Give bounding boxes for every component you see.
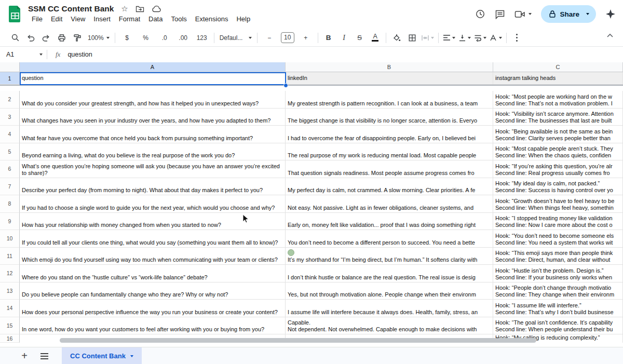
row-header[interactable]: 3: [0, 109, 20, 126]
search-icon[interactable]: [7, 32, 23, 44]
fill-handle[interactable]: [283, 83, 288, 88]
cell-instagram[interactable]: Hook: “Hustle isn’t the problem. Design …: [493, 265, 623, 282]
cell-question[interactable]: In one word, how do you want your custom…: [20, 317, 286, 335]
cell-instagram[interactable]: Hook: “Being available is not the same a…: [493, 126, 623, 143]
cell-linkedin[interactable]: My perfect day is calm, not crammed. A s…: [286, 178, 493, 196]
cell-linkedin[interactable]: I had to overcome the fear of disappoint…: [286, 126, 493, 143]
cell-linkedin[interactable]: The biggest change is that visibility is…: [286, 109, 493, 126]
row-header[interactable]: 1: [0, 72, 20, 85]
cell-linkedin[interactable]: The real purpose of my work is reducing …: [286, 143, 493, 161]
more-formats-button[interactable]: 123: [193, 32, 211, 44]
row-header[interactable]: 10: [0, 230, 20, 248]
frozen-row-divider[interactable]: [0, 85, 623, 91]
increase-decimals-button[interactable]: .00: [174, 32, 193, 44]
format-percent-button[interactable]: %: [137, 32, 155, 44]
cell-instagram[interactable]: Hook: “Most people are working hard on t…: [493, 91, 623, 109]
vertical-align-button[interactable]: [457, 32, 472, 44]
cell-instagram[interactable]: Hook: “Growth doesn’t have to feel heavy…: [493, 195, 623, 213]
cell-b1[interactable]: linkedIn: [286, 72, 493, 85]
sheets-logo-icon[interactable]: [8, 5, 22, 23]
tab-cc-content-bank[interactable]: CC Content Bank: [62, 347, 142, 364]
cell-question[interactable]: If you had to choose a single word to gu…: [20, 195, 286, 213]
video-call-caret-icon[interactable]: [529, 13, 532, 15]
bold-button[interactable]: B: [321, 32, 336, 44]
row-header[interactable]: 7: [0, 178, 20, 196]
row-header[interactable]: 6: [0, 160, 20, 178]
font-size-input[interactable]: 10: [281, 32, 294, 43]
menu-file[interactable]: File: [28, 14, 46, 24]
horizontal-align-button[interactable]: [441, 32, 457, 44]
cell-instagram[interactable]: Hook: “You don’t need to become someone …: [493, 230, 623, 248]
cell-instagram[interactable]: Hook: “People don’t change through motiv…: [493, 282, 623, 300]
row-header[interactable]: 15: [0, 317, 20, 335]
row-header[interactable]: 8: [0, 195, 20, 213]
redo-button[interactable]: [38, 32, 54, 44]
more-toolbar-options-button[interactable]: [509, 32, 525, 44]
column-header-b[interactable]: B: [286, 62, 493, 72]
menu-insert[interactable]: Insert: [90, 14, 114, 24]
menu-help[interactable]: Help: [233, 14, 254, 24]
menu-view[interactable]: View: [67, 14, 89, 24]
menu-tools[interactable]: Tools: [167, 14, 190, 24]
increase-font-size-button[interactable]: +: [296, 32, 315, 44]
cell-question[interactable]: What do you consider your greatest stren…: [20, 91, 286, 109]
italic-button[interactable]: I: [336, 32, 352, 44]
cell-instagram[interactable]: Hook: “My ideal day is calm, not packed.…: [493, 178, 623, 196]
cell-linkedin[interactable]: Yes, but not through motivation alone. P…: [286, 282, 493, 300]
text-rotation-button[interactable]: [488, 32, 504, 44]
cell-linkedin[interactable]: It’s my shorthand for “I’m being direct,…: [286, 248, 493, 265]
text-color-button[interactable]: A: [368, 32, 383, 44]
collapse-toolbar-icon[interactable]: [606, 33, 614, 38]
undo-button[interactable]: [23, 32, 38, 44]
row-header[interactable]: 9: [0, 213, 20, 231]
cell-question[interactable]: Describe your perfect day (from morning …: [20, 178, 286, 196]
document-title[interactable]: SSM CC Content Bank: [28, 4, 114, 14]
sheet-tab-caret-icon[interactable]: [130, 355, 133, 357]
format-currency-button[interactable]: $: [118, 32, 137, 44]
row-header[interactable]: 14: [0, 300, 20, 317]
share-caret-icon[interactable]: [586, 13, 589, 15]
cell-question[interactable]: Do you believe people can fundamentally …: [20, 282, 286, 300]
cell-instagram[interactable]: Hook: “The goal isn’t confidence. It’s c…: [493, 317, 623, 335]
zoom-select[interactable]: 100%: [85, 32, 112, 44]
strikethrough-button[interactable]: S: [352, 32, 368, 44]
menu-extensions[interactable]: Extensions: [192, 14, 232, 24]
cell-linkedin[interactable]: My greatest strength is pattern recognit…: [286, 91, 493, 109]
video-call-icon[interactable]: [514, 10, 532, 18]
name-box[interactable]: A1: [0, 51, 47, 58]
cell-question[interactable]: What fear have you overcome that once he…: [20, 126, 286, 143]
cell-question[interactable]: What’s one question you’re hoping someon…: [20, 160, 286, 178]
cell-question[interactable]: Where do you stand on the “hustle cultur…: [20, 265, 286, 282]
cell-question[interactable]: If you could tell all your clients one t…: [20, 230, 286, 248]
text-wrap-button[interactable]: [472, 32, 488, 44]
cell-c1[interactable]: instagram talking heads: [493, 72, 623, 85]
print-button[interactable]: [54, 32, 70, 44]
cell-linkedin[interactable]: Not easy. Not passive. Light as in fewer…: [286, 195, 493, 213]
gemini-sparkle-icon[interactable]: [605, 9, 616, 19]
row-header[interactable]: 5: [0, 143, 20, 161]
cell-instagram[interactable]: Hook: “I assume life will interfere.”Sec…: [493, 300, 623, 317]
row-header[interactable]: 13: [0, 282, 20, 300]
paint-format-button[interactable]: [70, 32, 85, 44]
share-button[interactable]: Share: [541, 5, 596, 23]
cloud-status-icon[interactable]: [152, 5, 161, 12]
cell-instagram[interactable]: Hook: “This emoji says more than people …: [493, 248, 623, 265]
cell-question[interactable]: How does your personal perspective influ…: [20, 300, 286, 317]
cell-instagram[interactable]: Hook: “Most capable people aren’t stuck.…: [493, 143, 623, 161]
cell-linkedin[interactable]: Early on, money felt like validation... …: [286, 213, 493, 231]
column-header-a[interactable]: A: [20, 62, 286, 72]
menu-data[interactable]: Data: [145, 14, 166, 24]
cell-instagram[interactable]: Hook: “If you’re asking this question, y…: [493, 160, 623, 178]
cell-linkedin[interactable]: I don’t think hustle or balance are the …: [286, 265, 493, 282]
row-header[interactable]: 16: [0, 334, 20, 343]
move-folder-icon[interactable]: [136, 5, 144, 13]
borders-button[interactable]: [404, 32, 420, 44]
decrease-decimals-button[interactable]: .0: [155, 32, 174, 44]
cell-question[interactable]: How has your relationship with money cha…: [20, 213, 286, 231]
cell-question[interactable]: Beyond earning a living, what do you bel…: [20, 143, 286, 161]
row-header[interactable]: 11: [0, 248, 20, 265]
decrease-font-size-button[interactable]: −: [260, 32, 279, 44]
all-sheets-icon[interactable]: [40, 353, 48, 359]
cell-linkedin[interactable]: You don’t need to become a different per…: [286, 230, 493, 248]
cell-question[interactable]: Which emoji do you find yourself using w…: [20, 248, 286, 265]
